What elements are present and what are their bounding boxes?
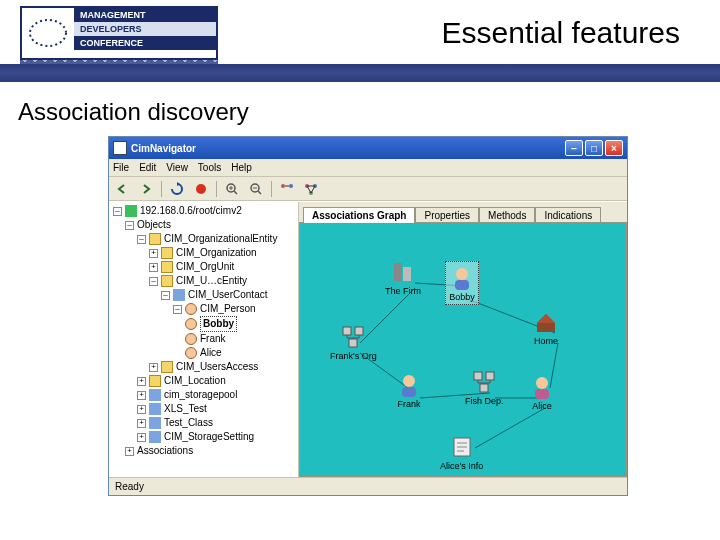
tab-properties[interactable]: Properties xyxy=(415,207,479,223)
tree-label: CIM_StorageSetting xyxy=(164,430,254,444)
class-icon xyxy=(149,403,161,415)
svg-rect-36 xyxy=(535,389,549,399)
tree-item[interactable]: –CIM_Person xyxy=(111,302,296,316)
node-label: Bobby xyxy=(449,292,475,302)
svg-line-7 xyxy=(258,191,261,194)
org-icon xyxy=(339,323,367,351)
node-label: The Firm xyxy=(385,286,421,296)
mdc-logo: MANAGEMENT DEVELOPERS CONFERENCE xyxy=(20,6,218,60)
tree-item[interactable]: +Test_Class xyxy=(111,416,296,430)
tree-label: CIM_OrganizationalEntity xyxy=(164,232,277,246)
node-label: Home xyxy=(534,336,558,346)
tree-item[interactable]: +CIM_OrgUnit xyxy=(111,260,296,274)
person-icon xyxy=(185,333,197,345)
graph-node-alicesinfo[interactable]: Alice's Info xyxy=(440,433,483,471)
svg-point-0 xyxy=(30,20,66,46)
folder-icon xyxy=(149,375,161,387)
tree-label: CIM_UserContact xyxy=(188,288,267,302)
window-title: CimNavigator xyxy=(131,143,565,154)
back-icon[interactable] xyxy=(113,180,131,198)
tree-label: CIM_UsersAccess xyxy=(176,360,258,374)
workspace: –192.168.0.6/root/cimv2 –Objects –CIM_Or… xyxy=(109,201,627,477)
folder-icon xyxy=(161,361,173,373)
class-icon xyxy=(173,289,185,301)
graph-node-fishdep[interactable]: Fish Dep. xyxy=(465,368,504,406)
graph-node-franksorg[interactable]: Frank's Org xyxy=(330,323,377,361)
forward-icon[interactable] xyxy=(137,180,155,198)
zoom-out-icon[interactable] xyxy=(247,180,265,198)
tab-methods[interactable]: Methods xyxy=(479,207,535,223)
slide-header: MANAGEMENT DEVELOPERS CONFERENCE Essenti… xyxy=(0,0,720,82)
graph-node-alice[interactable]: Alice xyxy=(528,373,556,411)
info-icon xyxy=(448,433,476,461)
slide-title: Essential features xyxy=(442,16,680,50)
graph-node-thefirm[interactable]: The Firm xyxy=(385,258,421,296)
graph-icon[interactable] xyxy=(302,180,320,198)
tree-item[interactable]: +CIM_Location xyxy=(111,374,296,388)
tree-label: Objects xyxy=(137,218,171,232)
tree-item[interactable]: +CIM_StorageSetting xyxy=(111,430,296,444)
tree-associations[interactable]: +Associations xyxy=(111,444,296,458)
logo-line-3: CONFERENCE xyxy=(74,36,216,50)
tree-label: Associations xyxy=(137,444,193,458)
zoom-in-icon[interactable] xyxy=(223,180,241,198)
svg-rect-26 xyxy=(455,280,469,290)
close-button[interactable]: × xyxy=(605,140,623,156)
svg-point-10 xyxy=(289,184,293,188)
graph-node-bobby[interactable]: Bobby xyxy=(445,261,479,305)
tree-item[interactable]: –CIM_UserContact xyxy=(111,288,296,302)
menu-edit[interactable]: Edit xyxy=(139,162,156,173)
svg-line-22 xyxy=(475,408,545,448)
svg-point-1 xyxy=(196,184,206,194)
node-label: Fish Dep. xyxy=(465,396,504,406)
tree-label: Frank xyxy=(200,332,226,346)
tree-item-frank[interactable]: Frank xyxy=(111,332,296,346)
tree-item[interactable]: –CIM_U…cEntity xyxy=(111,274,296,288)
menu-tools[interactable]: Tools xyxy=(198,162,221,173)
tree-objects[interactable]: –Objects xyxy=(111,218,296,232)
svg-rect-28 xyxy=(355,327,363,335)
tree-label: CIM_Location xyxy=(164,374,226,388)
tree-item[interactable]: –CIM_OrganizationalEntity xyxy=(111,232,296,246)
svg-rect-31 xyxy=(402,387,416,397)
tab-indications[interactable]: Indications xyxy=(535,207,601,223)
svg-point-25 xyxy=(456,268,468,280)
tree-item[interactable]: +CIM_Organization xyxy=(111,246,296,260)
menubar: File Edit View Tools Help xyxy=(109,159,627,177)
stop-icon[interactable] xyxy=(192,180,210,198)
tree-label: Bobby xyxy=(200,316,237,332)
menu-help[interactable]: Help xyxy=(231,162,252,173)
graph-node-frank[interactable]: Frank xyxy=(395,371,423,409)
tab-associations-graph[interactable]: Associations Graph xyxy=(303,207,415,223)
tree-label: CIM_U…cEntity xyxy=(176,274,247,288)
class-icon xyxy=(149,417,161,429)
node-label: Alice's Info xyxy=(440,461,483,471)
toolbar-separator xyxy=(161,181,162,197)
tree-item[interactable]: +XLS_Test xyxy=(111,402,296,416)
tree-root[interactable]: –192.168.0.6/root/cimv2 xyxy=(111,204,296,218)
tree-item-bobby[interactable]: Bobby xyxy=(111,316,296,332)
minimize-button[interactable]: – xyxy=(565,140,583,156)
associations-graph[interactable]: The Firm Bobby Home Frank's Org Frank xyxy=(299,222,627,477)
tabs: Associations Graph Properties Methods In… xyxy=(299,202,627,222)
menu-view[interactable]: View xyxy=(166,162,188,173)
folder-icon xyxy=(161,275,173,287)
person-icon xyxy=(185,318,197,330)
person-icon xyxy=(448,264,476,292)
graph-node-home[interactable]: Home xyxy=(532,308,560,346)
person-icon xyxy=(185,303,197,315)
tree-item[interactable]: +CIM_UsersAccess xyxy=(111,360,296,374)
tree-item-alice[interactable]: Alice xyxy=(111,346,296,360)
tree-label: Test_Class xyxy=(164,416,213,430)
svg-rect-27 xyxy=(343,327,351,335)
building-icon xyxy=(389,258,417,286)
tree-panel[interactable]: –192.168.0.6/root/cimv2 –Objects –CIM_Or… xyxy=(109,202,299,477)
associations-icon[interactable] xyxy=(278,180,296,198)
refresh-icon[interactable] xyxy=(168,180,186,198)
maximize-button[interactable]: □ xyxy=(585,140,603,156)
titlebar[interactable]: ◧ CimNavigator – □ × xyxy=(109,137,627,159)
tree-item[interactable]: +cim_storagepool xyxy=(111,388,296,402)
menu-file[interactable]: File xyxy=(113,162,129,173)
right-pane: Associations Graph Properties Methods In… xyxy=(299,202,627,477)
app-icon: ◧ xyxy=(113,141,127,155)
